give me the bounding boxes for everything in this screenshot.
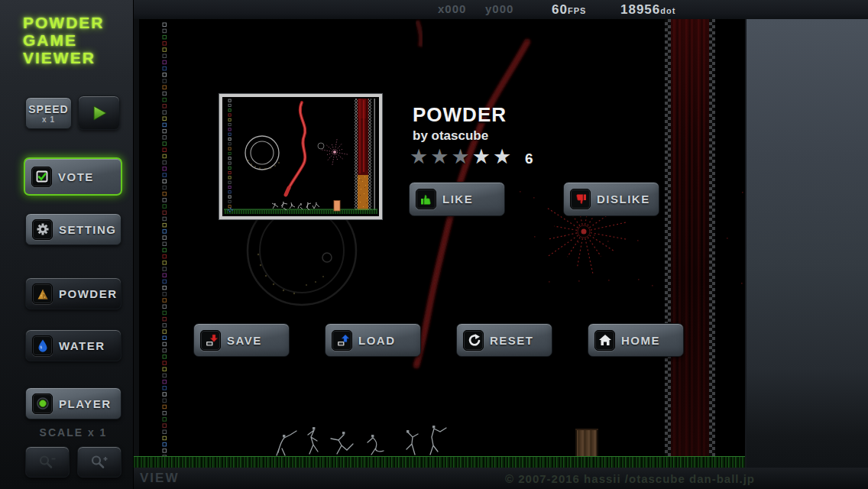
reset-label: RESET	[490, 334, 534, 347]
zoom-in-button[interactable]	[77, 446, 121, 478]
logo-line-1: POWDER	[23, 14, 105, 31]
star-1[interactable]: ★	[410, 145, 430, 168]
home-icon	[594, 330, 615, 351]
player-dot-icon	[32, 393, 53, 414]
save-button[interactable]: SAVE	[193, 323, 290, 357]
dislike-button[interactable]: DISLIKE	[563, 182, 659, 216]
like-button[interactable]: LIKE	[409, 182, 505, 216]
vote-checkbox-icon	[31, 167, 52, 187]
home-button[interactable]: HOME	[588, 323, 684, 357]
footer-bar: VIEW © 2007-2016 hassii /otascube dan-ba…	[134, 468, 868, 489]
dot-value: 18956	[620, 2, 660, 17]
element-dot-column	[162, 22, 170, 464]
setting-button[interactable]: SETTING	[25, 213, 121, 245]
cursor-x-readout: x000	[438, 2, 466, 15]
fps-value: 60	[552, 2, 568, 17]
vote-label: VOTE	[58, 170, 94, 183]
stick-figures	[283, 426, 435, 437]
game-canvas	[134, 19, 745, 468]
speed-multiplier: x 1	[42, 115, 55, 124]
speed-label: SPEED	[28, 103, 68, 115]
play-icon	[90, 104, 108, 122]
powder-game-viewer-app: x000 y000 60FPS 18956dot POWDER GAME VIE…	[0, 0, 868, 489]
logo-line-3: VIEWER	[23, 49, 105, 66]
vote-button[interactable]: VOTE	[24, 157, 122, 196]
zoom-out-icon	[37, 454, 57, 471]
reset-button[interactable]: RESET	[456, 323, 552, 357]
dot-count-readout: 18956dot	[620, 2, 675, 18]
star-5[interactable]: ★	[493, 145, 513, 168]
star-3[interactable]: ★	[451, 145, 471, 168]
setting-label: SETTING	[59, 223, 117, 236]
powder-button[interactable]: POWDER	[25, 277, 121, 309]
zoom-in-icon	[89, 454, 109, 471]
water-label: WATER	[59, 339, 105, 352]
fps-unit: FPS	[568, 6, 586, 15]
load-arrow-icon	[332, 330, 352, 351]
game-title: POWDER	[413, 103, 507, 127]
water-drop-icon	[32, 335, 53, 356]
gear-icon	[32, 219, 53, 240]
player-button[interactable]: PLAYER	[25, 387, 121, 419]
dot-unit: dot	[660, 6, 675, 15]
cursor-y-readout: y000	[485, 2, 513, 15]
reset-arrow-icon	[463, 330, 484, 351]
game-left-edge	[134, 19, 139, 468]
grass-ground	[134, 456, 745, 468]
like-label: LIKE	[442, 193, 473, 206]
play-button[interactable]	[78, 96, 120, 130]
save-arrow-icon	[200, 330, 221, 351]
blood-column-decoration	[663, 19, 718, 468]
water-button[interactable]: WATER	[25, 329, 121, 361]
right-panel	[745, 19, 868, 468]
scale-label: SCALE x 1	[25, 426, 121, 439]
star-2[interactable]: ★	[430, 145, 451, 168]
load-label: LOAD	[358, 334, 396, 347]
powder-pile-icon	[32, 283, 53, 304]
star-4[interactable]: ★	[472, 145, 493, 168]
fps-readout: 60FPS	[552, 2, 586, 18]
game-scene-decoration	[134, 19, 745, 468]
star-rating[interactable]: ★★★★★	[410, 144, 513, 173]
thumbs-up-icon	[416, 189, 436, 209]
sidebar: POWDER GAME VIEWER SPEED x 1 VOTE	[0, 0, 134, 489]
speed-button[interactable]: SPEED x 1	[25, 97, 72, 129]
app-logo: POWDER GAME VIEWER	[23, 14, 105, 66]
copyright-text: © 2007-2016 hassii /otascube dan-ball.jp	[505, 472, 755, 485]
player-label: PLAYER	[59, 397, 111, 410]
load-button[interactable]: LOAD	[325, 323, 421, 357]
status-bar: x000 y000 60FPS 18956dot	[134, 0, 868, 19]
thumbs-down-icon	[570, 189, 591, 209]
vote-count: 6	[525, 151, 534, 167]
view-label: VIEW	[140, 471, 179, 486]
thumbnail-scene	[222, 97, 379, 216]
save-label: SAVE	[227, 334, 262, 347]
game-preview-thumbnail	[219, 94, 382, 219]
powder-label: POWDER	[59, 287, 118, 300]
game-author: by otascube	[413, 128, 488, 144]
logo-line-2: GAME	[23, 31, 105, 49]
home-label: HOME	[621, 334, 660, 347]
zoom-out-button[interactable]	[25, 446, 70, 478]
dislike-label: DISLIKE	[597, 193, 650, 206]
